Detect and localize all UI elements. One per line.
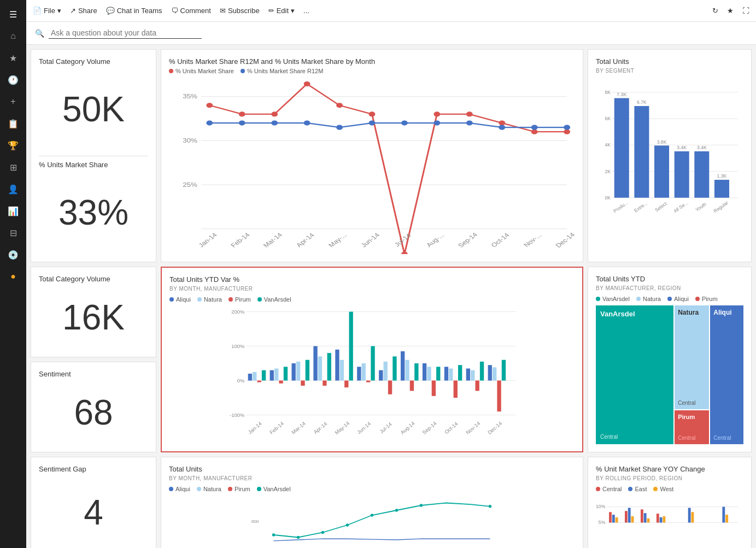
qa-input[interactable] [49,27,202,39]
svg-point-10 [304,81,310,86]
sidebar-data-icon[interactable]: ⊟ [3,223,23,243]
svg-text:Jun-14: Jun-14 [356,421,372,435]
svg-rect-86 [284,367,288,380]
sidebar-reports-icon[interactable]: 📊 [3,201,23,221]
svg-rect-100 [362,363,366,381]
sidebar-menu-icon[interactable]: ☰ [3,4,23,24]
treemap-aliqui-sublabel: Central [713,435,740,441]
sentiment-gap-value: 4 [39,475,148,548]
svg-point-20 [239,120,245,125]
svg-rect-84 [274,368,278,380]
svg-rect-91 [313,346,317,381]
treemap-vanarsdel-sublabel: Central [600,434,669,440]
svg-text:2K: 2K [605,169,611,174]
svg-point-146 [420,504,423,506]
legend-pirum: Pirum [235,296,251,303]
group-apr [313,346,331,386]
total-units-ytd-title: Total Units YTD [596,275,743,283]
toolbar-share[interactable]: ↗ Share [70,7,97,15]
sidebar-grid-icon[interactable]: ⊞ [3,157,23,177]
svg-text:Feb-14: Feb-14 [229,231,251,249]
group-may [335,312,353,388]
group-feb [270,367,288,383]
file-label: File [44,7,55,15]
sentiment-panel: Sentiment 68 [31,362,156,452]
svg-rect-125 [497,381,501,412]
sidebar-home-icon[interactable]: ⌂ [3,26,23,46]
sidebar-recent-icon[interactable]: 🕐 [3,70,23,90]
svg-rect-88 [296,362,300,381]
svg-text:7.3K: 7.3K [617,92,626,97]
svg-rect-115 [444,367,448,380]
svg-rect-111 [423,363,426,381]
sidebar-apps-icon[interactable]: 📋 [3,114,23,133]
group-jul [379,356,397,394]
total-units-month-title: Total Units [169,465,575,473]
treemap-aliqui: Aliqui Central [710,305,743,444]
svg-text:Nov-...: Nov-... [522,232,543,248]
svg-text:Dec-14: Dec-14 [554,231,575,249]
svg-rect-114 [436,367,440,380]
toolbar-fullscreen[interactable]: ⛶ [742,7,749,15]
svg-rect-116 [449,368,453,380]
ytd-legend: VanArsdel Natura Aliqui Pirum [596,296,743,302]
svg-text:30%: 30% [183,137,197,144]
svg-rect-159 [644,513,647,522]
svg-rect-85 [279,381,283,384]
treemap-middle-col: Natura Central Pirum Central [675,305,709,444]
sidebar-add-icon[interactable]: + [3,92,23,111]
svg-point-28 [499,125,505,130]
toolbar-more[interactable]: ... [303,7,309,15]
sidebar-star-icon[interactable]: ★ [3,48,23,68]
units-month-chart-area: 600 [169,496,575,548]
svg-point-29 [531,125,538,130]
toolbar-refresh[interactable]: ↻ [712,7,718,15]
svg-point-19 [206,120,213,125]
svg-text:10%: 10% [596,504,606,509]
treemap-aliqui-label: Aliqui [713,309,740,316]
sidebar-goals-icon[interactable]: 🏆 [3,135,23,155]
svg-rect-106 [392,356,396,380]
svg-rect-158 [641,509,643,522]
svg-rect-109 [410,381,414,391]
total-category-volume-panel: Total Category Volume 50K % Units Market… [31,49,156,262]
svg-rect-110 [414,363,418,381]
svg-rect-119 [466,368,470,380]
svg-text:Jun-14: Jun-14 [359,232,381,249]
svg-rect-57 [654,145,669,197]
toolbar-edit[interactable]: ✏ Edit ▾ [268,7,295,15]
svg-text:Mar-14: Mar-14 [290,420,307,435]
edit-icon: ✏ [268,7,274,15]
svg-rect-117 [454,381,458,398]
treemap-container: VanArsdel Central Natura Central Pirum C… [596,305,743,444]
svg-point-27 [466,120,473,125]
svg-rect-81 [257,381,261,382]
yoy-legend: Central East West [596,486,743,492]
svg-point-24 [369,120,376,125]
sidebar: ☰ ⌂ ★ 🕐 + 📋 🏆 ⊞ 👤 📊 ⊟ 💿 ● [0,0,26,548]
svg-rect-89 [301,381,304,386]
sidebar-gold-icon[interactable]: ● [3,267,23,286]
toolbar-subscribe[interactable]: ✉ Subscribe [220,7,260,15]
svg-text:0%: 0% [237,378,245,384]
svg-rect-103 [379,370,383,381]
total-category-volume-2-panel: Total Category Volume 16K [31,267,156,357]
pct-units-title: % Units Market Share [39,161,148,169]
sidebar-storage-icon[interactable]: 💿 [3,245,23,264]
svg-point-9 [271,111,278,116]
svg-rect-166 [722,507,725,523]
svg-point-17 [531,129,538,134]
toolbar-file[interactable]: 📄 File ▾ [33,7,61,15]
svg-text:Oct-14: Oct-14 [443,421,459,435]
toolbar-comment[interactable]: 🗨 Comment [171,7,211,15]
toolbar-chat[interactable]: 💬 Chat in Teams [106,7,162,15]
svg-rect-82 [262,370,266,381]
sentiment-gap-title: Sentiment Gap [39,465,148,473]
svg-text:100%: 100% [231,343,245,349]
svg-rect-55 [634,106,649,198]
treemap-natura-label: Natura [678,309,706,316]
svg-text:3.4K: 3.4K [677,145,687,150]
legend-natura: Natura [204,296,222,303]
toolbar-favorite[interactable]: ★ [727,7,734,15]
sidebar-people-icon[interactable]: 👤 [3,179,23,199]
